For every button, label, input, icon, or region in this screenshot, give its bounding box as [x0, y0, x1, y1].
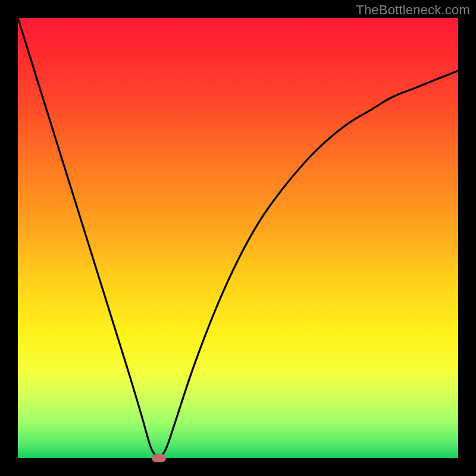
curve-svg	[18, 18, 458, 458]
chart-frame: TheBottleneck.com	[0, 0, 476, 476]
bottleneck-curve	[18, 18, 458, 458]
watermark-text: TheBottleneck.com	[356, 2, 470, 18]
optimum-marker	[152, 454, 166, 462]
plot-area	[18, 18, 458, 458]
